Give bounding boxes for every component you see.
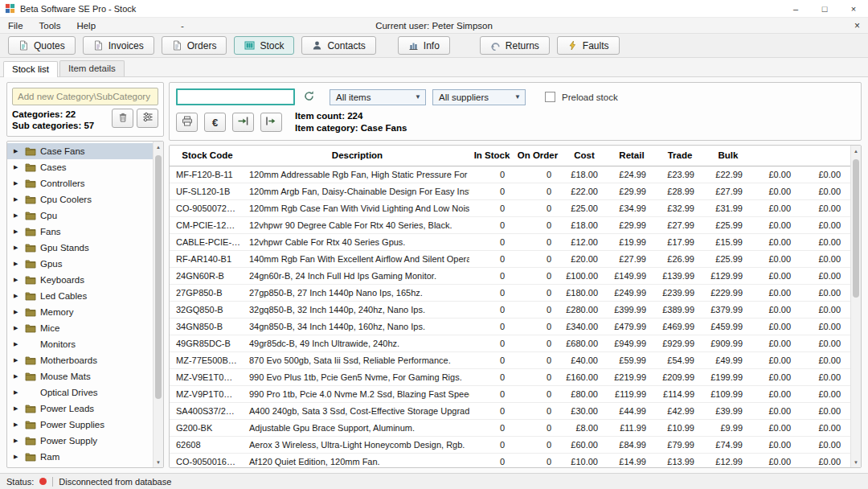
expand-arrow-icon[interactable]: ▶ xyxy=(14,212,21,219)
menu-help[interactable]: Help xyxy=(68,21,104,31)
table-row[interactable]: 62608Aerox 3 Wireless, Ultra-Light Honey… xyxy=(170,436,850,453)
quotes-button[interactable]: Quotes xyxy=(8,36,76,55)
suppliers-filter-dropdown[interactable]: All suppliers ▼ xyxy=(432,89,526,105)
menubar-close-icon[interactable]: × xyxy=(846,20,868,31)
table-row[interactable]: 32GQ850-B32gq850-B, 32 Inch 1440p, 240hz… xyxy=(170,301,850,318)
print-button[interactable] xyxy=(176,113,198,132)
menu-tools[interactable]: Tools xyxy=(31,21,69,31)
maximize-button[interactable]: □ xyxy=(810,0,839,17)
search-input[interactable] xyxy=(176,88,295,105)
table-row[interactable]: UF-SL120-1B120mm Argb Fan, Daisy-Chainab… xyxy=(170,183,850,199)
table-row[interactable]: 34GN850-B34gn850-B, 34 Inch 1440p, 160hz… xyxy=(170,318,850,335)
tree-item[interactable]: ▶ Power Supply xyxy=(7,433,153,449)
tree-item[interactable]: ▶ Memory xyxy=(7,304,153,320)
expand-arrow-icon[interactable]: ▶ xyxy=(14,454,21,460)
column-header[interactable]: Bulk xyxy=(704,146,752,166)
tree-scrollbar[interactable]: ▲ ▼ xyxy=(153,142,163,467)
table-row[interactable]: MZ-V9E1T0…990 Evo Plus 1tb, Pcie Gen5 Nv… xyxy=(170,368,850,385)
close-button[interactable]: × xyxy=(839,0,868,17)
faults-button[interactable]: Faults xyxy=(557,36,620,55)
expand-arrow-icon[interactable]: ▶ xyxy=(14,405,21,412)
tree-item[interactable]: ▶ Fans xyxy=(7,224,153,240)
column-header[interactable] xyxy=(752,146,800,166)
tree-item[interactable]: ▶ Optical Drives xyxy=(7,384,153,401)
column-header[interactable]: On Order xyxy=(514,146,561,166)
table-row[interactable]: 49GR85DC-B49gr85dc-B, 49 Inch Ultrawide,… xyxy=(170,335,850,351)
info-button[interactable]: Info xyxy=(398,36,450,55)
expand-arrow-icon[interactable]: ▶ xyxy=(14,325,21,331)
tree-item[interactable]: ▶ Mouse Mats xyxy=(7,368,153,384)
expand-arrow-icon[interactable]: ▶ xyxy=(14,148,21,154)
column-header[interactable]: Stock Code xyxy=(170,146,245,166)
scroll-up-icon[interactable]: ▲ xyxy=(851,146,861,156)
expand-arrow-icon[interactable]: ▶ xyxy=(14,389,21,396)
column-header[interactable]: Trade xyxy=(656,146,704,166)
table-row[interactable]: 24GN60R-B24gn60r-B, 24 Inch Full Hd Ips … xyxy=(170,267,850,284)
add-category-input[interactable] xyxy=(12,88,158,105)
expand-arrow-icon[interactable]: ▶ xyxy=(14,421,21,428)
tree-item[interactable]: ▶ Cpu Coolers xyxy=(7,191,153,208)
delete-category-button[interactable] xyxy=(112,109,133,128)
export-button[interactable] xyxy=(260,113,282,132)
refresh-button[interactable] xyxy=(301,90,317,105)
tab-stock-list[interactable]: Stock list xyxy=(3,61,58,77)
table-row[interactable]: SA400S37/2…A400 240gb, Sata 3 Ssd, Cost-… xyxy=(170,402,850,419)
table-row[interactable]: 27GP850-B27gp850-B, 27 Inch 1440p Nano I… xyxy=(170,284,850,301)
scroll-up-icon[interactable]: ▲ xyxy=(154,142,163,152)
table-row[interactable]: CO-9050016…Af120 Quiet Edition, 120mm Fa… xyxy=(170,453,850,467)
column-header[interactable]: Cost xyxy=(561,146,608,166)
tree-item[interactable]: ▶ Mice xyxy=(7,320,153,336)
table-row[interactable]: CM-PCIE-12…12vhpwr 90 Degree Cable For R… xyxy=(170,216,850,233)
expand-arrow-icon[interactable]: ▶ xyxy=(14,309,21,315)
stock-button[interactable]: Stock xyxy=(234,36,294,55)
expand-arrow-icon[interactable]: ▶ xyxy=(14,180,21,187)
expand-arrow-icon[interactable]: ▶ xyxy=(14,244,21,251)
expand-arrow-icon[interactable]: ▶ xyxy=(14,357,21,364)
column-header[interactable]: Retail xyxy=(608,146,656,166)
returns-button[interactable]: Returns xyxy=(480,36,550,55)
column-header[interactable]: Description xyxy=(245,146,469,166)
minimize-button[interactable]: – xyxy=(781,0,810,17)
tree-item[interactable]: ▶ Case Fans xyxy=(7,143,153,159)
expand-arrow-icon[interactable]: ▶ xyxy=(14,164,21,171)
tree-item[interactable]: ▶ Cases xyxy=(7,159,153,175)
tree-item[interactable]: ▶ Gpus xyxy=(7,256,153,272)
expand-arrow-icon[interactable]: ▶ xyxy=(14,373,21,380)
table-row[interactable]: MF-F120-B-11120mm Addressable Rgb Fan, H… xyxy=(170,166,850,183)
expand-arrow-icon[interactable]: ▶ xyxy=(14,277,21,283)
expand-arrow-icon[interactable]: ▶ xyxy=(14,438,21,444)
expand-arrow-icon[interactable]: ▶ xyxy=(14,341,21,347)
table-row[interactable]: CO-9050072…120mm Rgb Case Fan With Vivid… xyxy=(170,199,850,216)
items-filter-dropdown[interactable]: All items ▼ xyxy=(330,89,426,105)
scroll-down-icon[interactable]: ▼ xyxy=(154,457,163,467)
table-row[interactable]: RF-AR140-B1140mm Rgb Fan With Excellent … xyxy=(170,250,850,267)
expand-arrow-icon[interactable]: ▶ xyxy=(14,293,21,299)
table-row[interactable]: CABLE-PCIE-…12vhpwr Cable For Rtx 40 Ser… xyxy=(170,233,850,250)
column-header[interactable]: In Stock xyxy=(469,146,514,166)
column-header[interactable] xyxy=(800,146,850,166)
contacts-button[interactable]: Contacts xyxy=(301,36,375,55)
table-row[interactable]: MZ-V9P1T0…990 Pro 1tb, Pcie 4.0 Nvme M.2… xyxy=(170,385,850,402)
tab-item-details[interactable]: Item details xyxy=(59,60,125,76)
import-button[interactable] xyxy=(232,113,254,132)
tree-item[interactable]: ▶ Power Supplies xyxy=(7,417,153,433)
category-filter-button[interactable] xyxy=(137,109,158,128)
invoices-button[interactable]: Invoices xyxy=(83,36,154,55)
scroll-thumb[interactable] xyxy=(853,159,859,298)
currency-button[interactable]: € xyxy=(204,113,226,132)
table-row[interactable]: G200-BKAdjustable Gpu Brace Support, Alu… xyxy=(170,419,850,436)
tree-item[interactable]: ▶ Monitors xyxy=(7,336,153,352)
tree-item[interactable]: ▶ Keyboards xyxy=(7,272,153,288)
tree-item[interactable]: ▶ Controllers xyxy=(7,175,153,191)
scroll-down-icon[interactable]: ▼ xyxy=(851,457,861,467)
tree-item[interactable]: ▶ Gpu Stands xyxy=(7,240,153,256)
tree-item[interactable]: ▶ Cpu xyxy=(7,208,153,224)
table-row[interactable]: MZ-77E500B…870 Evo 500gb, Sata Iii Ssd, … xyxy=(170,351,850,368)
expand-arrow-icon[interactable]: ▶ xyxy=(14,228,21,235)
table-scrollbar[interactable]: ▲ ▼ xyxy=(850,146,861,467)
tree-item[interactable]: ▶ Ram xyxy=(7,449,153,465)
scroll-thumb[interactable] xyxy=(155,155,162,399)
expand-arrow-icon[interactable]: ▶ xyxy=(14,261,21,267)
tree-item[interactable]: ▶ Power Leads xyxy=(7,401,153,417)
orders-button[interactable]: Orders xyxy=(162,36,227,55)
